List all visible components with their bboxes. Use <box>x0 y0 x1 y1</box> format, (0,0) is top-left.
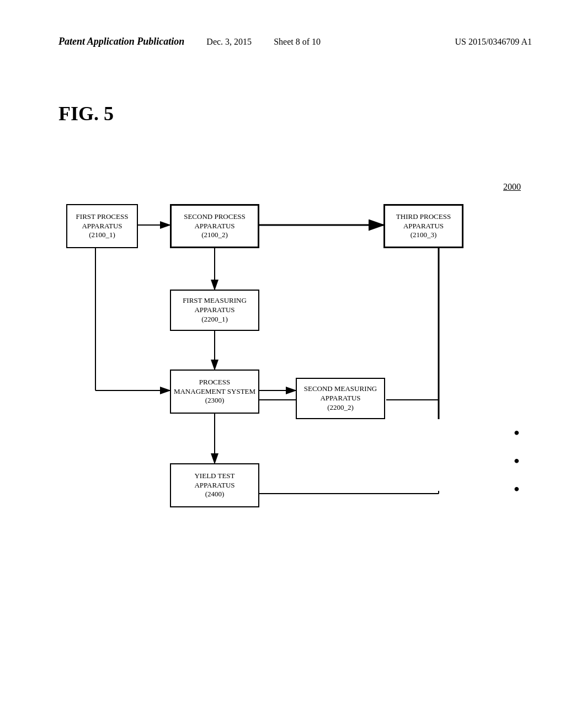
second-process-line2: APPARATUS <box>194 222 234 231</box>
first-process-line1: FIRST PROCESS <box>76 212 129 222</box>
process-mgmt-line2: MANAGEMENT SYSTEM <box>174 387 255 397</box>
yield-test-line2: APPARATUS <box>194 481 234 490</box>
first-measuring-line1: FIRST MEASURING <box>183 296 247 306</box>
third-process-line2: APPARATUS <box>403 222 444 231</box>
second-measuring-line3: (2200_2) <box>327 403 354 413</box>
first-process-box: FIRST PROCESS APPARATUS (2100_1) <box>66 204 138 248</box>
yield-test-line1: YIELD TEST <box>194 472 234 481</box>
yield-test-line3: (2400) <box>205 490 225 499</box>
first-measuring-box: FIRST MEASURING APPARATUS (2200_1) <box>170 290 259 331</box>
process-mgmt-line3: (2300) <box>205 396 225 405</box>
third-process-box: THIRD PROCESS APPARATUS (2100_3) <box>383 204 463 248</box>
header-sheet: Sheet 8 of 10 <box>274 37 321 47</box>
patent-label: Patent Application Publication <box>58 36 184 47</box>
second-process-line1: SECOND PROCESS <box>184 212 246 222</box>
process-mgmt-line1: PROCESS <box>199 378 230 387</box>
first-process-line2: APPARATUS <box>82 222 122 231</box>
second-measuring-box: SECOND MEASURING APPARATUS (2200_2) <box>296 378 385 419</box>
diagram-arrows <box>33 182 532 640</box>
figure-label: FIG. 5 <box>58 102 114 125</box>
third-process-line3: (2100_3) <box>411 231 437 240</box>
first-process-line3: (2100_1) <box>89 231 115 240</box>
header-date: Dec. 3, 2015 <box>206 37 252 47</box>
process-mgmt-box: PROCESS MANAGEMENT SYSTEM (2300) <box>170 370 259 414</box>
header: Patent Application Publication Dec. 3, 2… <box>58 36 532 47</box>
second-measuring-line2: APPARATUS <box>320 394 360 403</box>
first-measuring-line3: (2200_1) <box>201 315 228 324</box>
second-process-box: SECOND PROCESS APPARATUS (2100_2) <box>170 204 259 248</box>
first-measuring-line2: APPARATUS <box>194 306 234 315</box>
ellipsis-dots: ••• <box>514 419 521 504</box>
third-process-line1: THIRD PROCESS <box>396 212 451 222</box>
diagram: 2000 <box>33 182 532 640</box>
header-number: US 2015/0346709 A1 <box>455 37 532 47</box>
yield-test-box: YIELD TEST APPARATUS (2400) <box>170 463 259 507</box>
second-measuring-line1: SECOND MEASURING <box>304 384 377 394</box>
page: Patent Application Publication Dec. 3, 2… <box>0 0 565 728</box>
second-process-line3: (2100_2) <box>201 231 228 240</box>
